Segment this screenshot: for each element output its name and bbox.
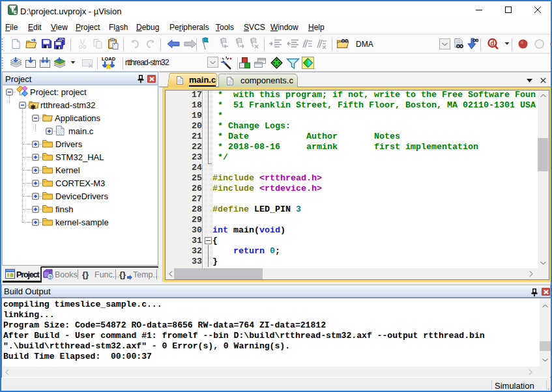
svg-text:?: ? [49,274,52,280]
svg-text:✻: ✻ [31,104,36,110]
svg-text:LOAD: LOAD [102,56,116,62]
svg-text:d: d [490,40,494,47]
